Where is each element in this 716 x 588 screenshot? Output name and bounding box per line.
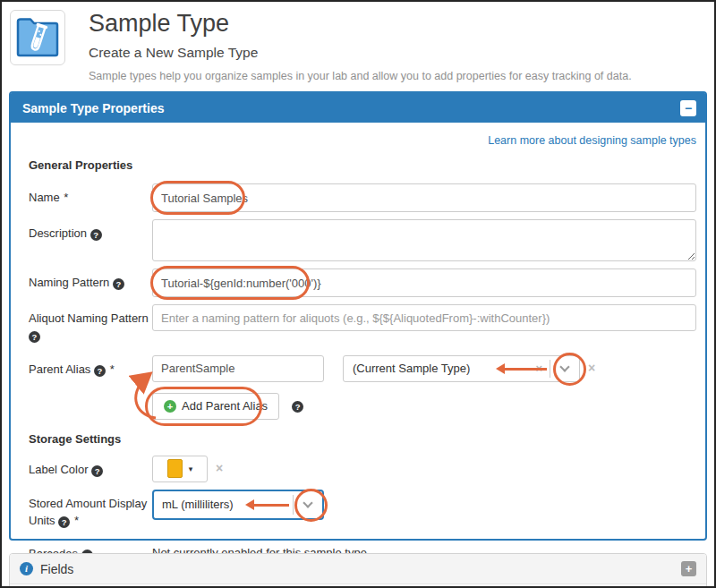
- parent-type-select[interactable]: (Current Sample Type) ×: [343, 355, 580, 382]
- info-circle-icon: i: [20, 562, 33, 575]
- name-control: [152, 183, 696, 212]
- aliquot-naming-pattern-row: Aliquot Naming Pattern ?: [29, 304, 696, 345]
- caret-down-icon: ▾: [189, 464, 193, 473]
- description-control: [152, 219, 696, 261]
- aliquot-naming-pattern-label: Aliquot Naming Pattern ?: [29, 304, 152, 345]
- add-parent-alias-wrap: + Add Parent Alias: [152, 393, 279, 420]
- title-block: Sample Type Create a New Sample Type Sam…: [89, 9, 703, 82]
- add-parent-alias-button[interactable]: + Add Parent Alias: [152, 393, 279, 420]
- general-properties-heading: General Properties: [29, 158, 696, 173]
- name-label: Name *: [29, 183, 152, 207]
- naming-pattern-label: Naming Pattern ?: [29, 268, 152, 292]
- properties-panel-body: Learn more about designing sample types …: [11, 132, 705, 563]
- properties-panel-header: Sample Type Properties −: [11, 93, 705, 123]
- color-swatch-yellow: [167, 459, 183, 478]
- clear-selection-icon[interactable]: ×: [528, 362, 550, 375]
- plus-icon: +: [686, 562, 693, 575]
- learn-more-link[interactable]: Learn more about designing sample types: [488, 134, 696, 147]
- name-input[interactable]: [152, 183, 696, 212]
- description-row: Description ?: [29, 219, 696, 261]
- fields-panel-title: Fields: [40, 562, 73, 576]
- help-icon[interactable]: ?: [29, 331, 40, 343]
- help-icon[interactable]: ?: [90, 229, 102, 241]
- label-color-control: ▾ ×: [152, 456, 696, 482]
- parent-alias-label: Parent Alias ? *: [29, 355, 152, 379]
- help-icon[interactable]: ?: [292, 401, 303, 413]
- sample-type-properties-panel: Sample Type Properties − Learn more abou…: [9, 91, 707, 541]
- parent-type-selected-value: (Current Sample Type): [344, 362, 528, 375]
- chevron-down-icon[interactable]: [550, 366, 579, 371]
- page-header: Sample Type Create a New Sample Type Sam…: [2, 2, 714, 88]
- properties-panel-title: Sample Type Properties: [22, 101, 164, 115]
- stored-units-selected-value: mL (milliliters): [154, 498, 293, 511]
- fields-panel-header[interactable]: i Fields +: [10, 554, 706, 584]
- required-marker: *: [74, 514, 79, 527]
- page-subtitle: Create a New Sample Type: [89, 45, 703, 61]
- remove-parent-alias-icon[interactable]: ×: [588, 355, 595, 375]
- sample-type-folder-icon: [16, 18, 59, 57]
- required-marker: *: [64, 191, 68, 204]
- add-parent-alias-row: + Add Parent Alias ?: [29, 393, 696, 420]
- remove-label-color-icon[interactable]: ×: [216, 456, 223, 475]
- screenshot-root: Sample Type Create a New Sample Type Sam…: [0, 0, 716, 588]
- parent-alias-input[interactable]: [152, 355, 324, 382]
- page-description: Sample types help you organize samples i…: [89, 70, 703, 82]
- aliquot-naming-pattern-input[interactable]: [152, 304, 696, 331]
- sample-type-icon-card: [10, 10, 65, 65]
- naming-pattern-row: Naming Pattern ?: [29, 268, 696, 297]
- description-textarea[interactable]: [152, 219, 696, 261]
- stored-units-label: Stored Amount Display Units ? *: [29, 490, 152, 530]
- stored-units-select[interactable]: mL (milliliters): [152, 490, 324, 520]
- plus-circle-icon: +: [164, 400, 176, 413]
- storage-settings-heading: Storage Settings: [29, 432, 696, 447]
- help-icon[interactable]: ?: [91, 465, 103, 477]
- collapse-panel-button[interactable]: −: [680, 100, 696, 116]
- expand-panel-button[interactable]: +: [681, 561, 696, 576]
- label-color-label: Label Color ?: [29, 456, 152, 479]
- parent-alias-row: Parent Alias ? * (Current Sample Type) ×…: [29, 355, 696, 382]
- page-title: Sample Type: [89, 9, 703, 38]
- minus-icon: −: [685, 101, 692, 115]
- label-color-dropdown-button[interactable]: ▾: [152, 456, 208, 482]
- naming-pattern-control: [152, 268, 696, 297]
- stored-units-control: mL (milliliters): [152, 490, 696, 520]
- description-label: Description ?: [29, 219, 152, 243]
- name-row: Name *: [29, 183, 696, 212]
- help-icon[interactable]: ?: [94, 365, 106, 377]
- chevron-down-icon[interactable]: [294, 502, 322, 507]
- label-color-row: Label Color ? ▾ ×: [29, 456, 696, 482]
- aliquot-naming-pattern-control: [152, 304, 696, 331]
- help-icon[interactable]: ?: [58, 516, 70, 528]
- add-parent-alias-label: Add Parent Alias: [182, 399, 268, 413]
- learn-more-row: Learn more about designing sample types: [29, 132, 696, 146]
- required-marker: *: [110, 362, 115, 376]
- naming-pattern-input[interactable]: [152, 268, 696, 297]
- fields-panel: i Fields +: [9, 553, 707, 588]
- parent-alias-control: (Current Sample Type) × ×: [152, 355, 696, 382]
- help-icon[interactable]: ?: [113, 278, 124, 290]
- stored-units-row: Stored Amount Display Units ? * mL (mill…: [29, 490, 696, 530]
